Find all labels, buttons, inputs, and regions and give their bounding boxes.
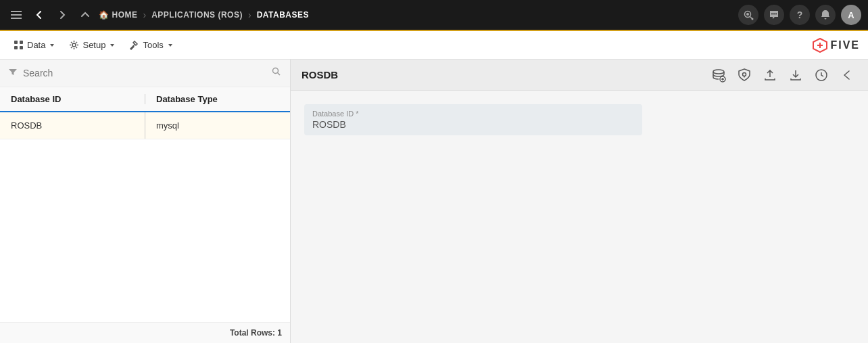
- chat-icon[interactable]: [764, 5, 784, 25]
- search-bar: [0, 60, 290, 87]
- svg-line-19: [278, 73, 281, 76]
- help-icon[interactable]: ?: [790, 5, 810, 25]
- svg-rect-13: [20, 46, 23, 49]
- download-button[interactable]: [786, 65, 806, 85]
- panel-back-button[interactable]: [837, 65, 857, 85]
- table-row[interactable]: ROSDB mysql: [0, 112, 290, 139]
- breadcrumb-home[interactable]: 🏠 HOME: [99, 10, 138, 20]
- search-input[interactable]: [23, 68, 266, 78]
- permissions-button[interactable]: [734, 65, 754, 85]
- cell-database-type: mysql: [145, 112, 290, 139]
- svg-point-7: [771, 14, 773, 15]
- svg-rect-10: [14, 41, 18, 44]
- menu-button[interactable]: [7, 7, 26, 23]
- svg-point-9: [775, 14, 777, 15]
- svg-rect-11: [20, 41, 23, 44]
- svg-point-6: [752, 18, 754, 20]
- filter-icon: [8, 68, 18, 79]
- table-header: Database ID Database Type: [0, 87, 290, 112]
- back-button[interactable]: [30, 7, 49, 23]
- svg-rect-0: [11, 11, 22, 12]
- svg-rect-1: [11, 14, 22, 16]
- right-panel-actions: [708, 65, 857, 85]
- breadcrumb-databases[interactable]: DATABASES: [257, 10, 309, 20]
- database-id-field-label: Database ID *: [312, 110, 634, 118]
- breadcrumb-sep-1: ›: [143, 9, 147, 20]
- left-panel: Database ID Database Type ROSDB mysql To…: [0, 60, 291, 343]
- data-table: Database ID Database Type ROSDB mysql: [0, 87, 290, 322]
- col-header-database-type: Database Type: [145, 94, 290, 104]
- add-connection-button[interactable]: [708, 65, 729, 85]
- database-id-field-wrapper: Database ID * ROSDB: [304, 104, 642, 135]
- breadcrumb-sep-2: ›: [248, 9, 251, 20]
- user-avatar[interactable]: A: [841, 5, 861, 25]
- svg-point-18: [273, 68, 279, 74]
- five-logo-text: FIVE: [830, 39, 860, 51]
- main-content: Database ID Database Type ROSDB mysql To…: [0, 60, 868, 343]
- top-nav: 🏠 HOME › APPLICATIONS (ROS) › DATABASES: [0, 0, 868, 31]
- svg-point-20: [713, 70, 724, 74]
- svg-point-4: [746, 13, 749, 16]
- search-addon-icon[interactable]: [738, 5, 758, 25]
- right-panel-title: ROSDB: [302, 69, 338, 81]
- right-panel: ROSDB: [291, 60, 868, 343]
- top-nav-right: ? A: [738, 5, 861, 25]
- breadcrumb-applications[interactable]: APPLICATIONS (ROS): [151, 10, 243, 20]
- forward-button[interactable]: [53, 7, 72, 23]
- history-button[interactable]: [811, 65, 831, 85]
- setup-menu-button[interactable]: Setup: [64, 37, 121, 53]
- svg-point-8: [773, 14, 775, 15]
- toolbar-left: Data Setup Tools: [8, 37, 179, 53]
- notifications-icon[interactable]: [815, 5, 836, 25]
- total-rows-label: Total Rows: 1: [230, 328, 282, 338]
- svg-rect-12: [14, 46, 18, 49]
- left-panel-footer: Total Rows: 1: [0, 322, 290, 343]
- tools-menu-button[interactable]: Tools: [124, 37, 178, 53]
- search-button[interactable]: [271, 66, 282, 80]
- right-panel-body: Database ID * ROSDB: [291, 91, 868, 343]
- upload-button[interactable]: [760, 65, 780, 85]
- five-logo-icon: [813, 38, 827, 53]
- svg-point-24: [743, 72, 746, 76]
- col-header-database-id: Database ID: [0, 94, 145, 104]
- svg-rect-2: [11, 18, 22, 19]
- data-menu-button[interactable]: Data: [8, 37, 61, 53]
- top-nav-left: 🏠 HOME › APPLICATIONS (ROS) › DATABASES: [7, 7, 738, 23]
- up-button[interactable]: [76, 7, 95, 23]
- database-id-field-value: ROSDB: [312, 119, 634, 130]
- home-icon: 🏠: [99, 10, 110, 20]
- right-panel-header: ROSDB: [291, 60, 868, 91]
- five-logo: FIVE: [813, 38, 860, 53]
- secondary-toolbar: Data Setup Tools: [0, 31, 868, 60]
- cell-database-id: ROSDB: [0, 112, 145, 139]
- svg-point-14: [72, 43, 76, 47]
